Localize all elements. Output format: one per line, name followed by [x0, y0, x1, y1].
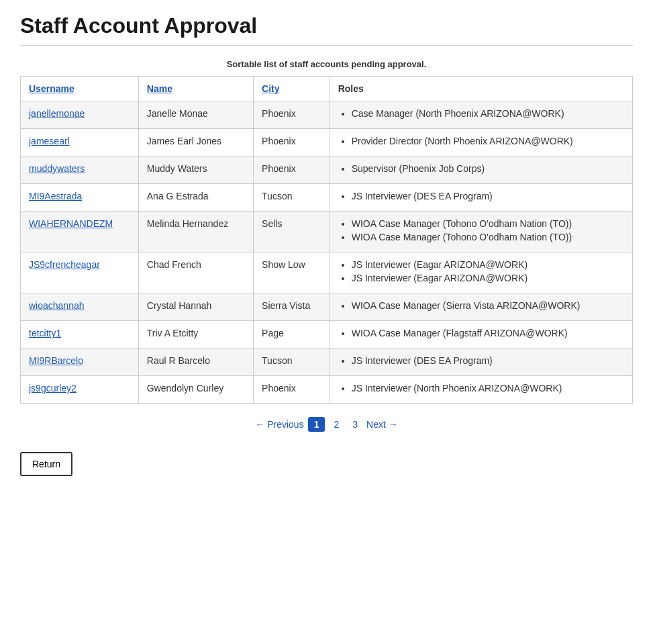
cell-username: janellemonae [21, 101, 139, 129]
role-item: JS Interviewer (DES EA Program) [352, 355, 624, 366]
table-header-row: Username Name City Roles [21, 77, 633, 101]
cell-roles: JS Interviewer (DES EA Program) [330, 184, 632, 212]
cell-username: MI9RBarcelo [21, 349, 139, 376]
cell-username: MI9Aestrada [21, 184, 139, 212]
username-link[interactable]: jamesearl [29, 136, 70, 146]
cell-username: wioachannah [21, 293, 139, 321]
page-3-link[interactable]: 3 [348, 417, 362, 432]
role-item: JS Interviewer (North Phoenix ARIZONA@WO… [352, 383, 624, 394]
cell-city: Sierra Vista [254, 293, 330, 321]
cell-city: Page [254, 321, 330, 349]
cell-city: Phoenix [254, 376, 330, 404]
username-sort-link[interactable]: Username [29, 83, 74, 94]
cell-name: Chad French [138, 252, 253, 293]
cell-username: WIAHERNANDEZM [21, 212, 139, 252]
cell-city: Phoenix [254, 129, 330, 156]
cell-username: JS9cfrencheagar [21, 252, 139, 293]
username-link[interactable]: wioachannah [29, 300, 85, 311]
table-row: janellemonaeJanelle MonaePhoenixCase Man… [21, 101, 633, 129]
staff-table: Username Name City Roles janellemonaeJan… [20, 76, 633, 404]
next-page-link[interactable]: Next → [366, 419, 398, 430]
cell-city: Phoenix [254, 101, 330, 129]
role-item: Case Manager (North Phoenix ARIZONA@WORK… [352, 108, 624, 119]
page-2-link[interactable]: 2 [329, 417, 344, 432]
cell-city: Phoenix [254, 156, 330, 184]
cell-username: js9gcurley2 [21, 376, 139, 404]
username-link[interactable]: janellemonae [29, 108, 85, 119]
username-link[interactable]: tetcitty1 [29, 328, 61, 338]
role-item: JS Interviewer (Eagar ARIZONA@WORK) [352, 259, 624, 270]
username-link[interactable]: muddywaters [29, 163, 85, 174]
role-item: WIOA Case Manager (Tohono O'odham Nation… [352, 232, 624, 242]
table-row: tetcitty1Triv A EtcittyPageWIOA Case Man… [21, 321, 633, 349]
col-username: Username [21, 77, 139, 101]
table-row: muddywatersMuddy WatersPhoenixSupervisor… [21, 156, 633, 184]
city-sort-link[interactable]: City [262, 83, 279, 94]
table-row: MI9RBarceloRaul R BarceloTucsonJS Interv… [21, 349, 633, 376]
table-row: js9gcurley2Gwendolyn CurleyPhoenixJS Int… [21, 376, 633, 404]
role-item: WIOA Case Manager (Sierra Vista ARIZONA@… [352, 300, 624, 311]
username-link[interactable]: MI9Aestrada [29, 191, 82, 201]
cell-city: Show Low [254, 252, 330, 293]
cell-roles: WIOA Case Manager (Sierra Vista ARIZONA@… [330, 293, 632, 321]
username-link[interactable]: WIAHERNANDEZM [29, 218, 113, 229]
cell-name: Janelle Monae [138, 101, 253, 129]
cell-name: Triv A Etcitty [138, 321, 253, 349]
cell-roles: JS Interviewer (North Phoenix ARIZONA@WO… [330, 376, 632, 404]
cell-name: Crystal Hannah [138, 293, 253, 321]
cell-roles: WIOA Case Manager (Flagstaff ARIZONA@WOR… [330, 321, 632, 349]
cell-name: Melinda Hernandez [138, 212, 253, 252]
page-title: Staff Account Approval [20, 13, 633, 46]
cell-roles: JS Interviewer (Eagar ARIZONA@WORK)JS In… [330, 252, 632, 293]
return-button[interactable]: Return [20, 452, 72, 476]
cell-name: Ana G Estrada [138, 184, 253, 212]
cell-name: Muddy Waters [138, 156, 253, 184]
col-name: Name [138, 77, 253, 101]
cell-city: Tucson [254, 349, 330, 376]
table-row: MI9AestradaAna G EstradaTucsonJS Intervi… [21, 184, 633, 212]
cell-roles: WIOA Case Manager (Tohono O'odham Nation… [330, 212, 632, 252]
cell-roles: Case Manager (North Phoenix ARIZONA@WORK… [330, 101, 632, 129]
role-item: JS Interviewer (DES EA Program) [352, 191, 624, 201]
current-page-indicator: 1 [308, 417, 325, 432]
table-row: WIAHERNANDEZMMelinda HernandezSellsWIOA … [21, 212, 633, 252]
username-link[interactable]: JS9cfrencheagar [29, 259, 100, 270]
role-item: Supervisor (Phoenix Job Corps) [352, 163, 624, 174]
cell-username: muddywaters [21, 156, 139, 184]
cell-city: Tucson [254, 184, 330, 212]
role-item: Provider Director (North Phoenix ARIZONA… [352, 136, 624, 146]
cell-username: jamesearl [21, 129, 139, 156]
table-row: JS9cfrencheagarChad FrenchShow LowJS Int… [21, 252, 633, 293]
cell-username: tetcitty1 [21, 321, 139, 349]
table-row: wioachannahCrystal HannahSierra VistaWIO… [21, 293, 633, 321]
cell-roles: JS Interviewer (DES EA Program) [330, 349, 632, 376]
col-city: City [254, 77, 330, 101]
pagination: ← Previous 1 2 3 Next → [20, 417, 633, 432]
role-item: WIOA Case Manager (Flagstaff ARIZONA@WOR… [352, 328, 624, 338]
username-link[interactable]: js9gcurley2 [29, 383, 77, 394]
cell-roles: Provider Director (North Phoenix ARIZONA… [330, 129, 632, 156]
role-item: WIOA Case Manager (Tohono O'odham Nation… [352, 218, 624, 229]
cell-name: James Earl Jones [138, 129, 253, 156]
cell-name: Raul R Barcelo [138, 349, 253, 376]
table-row: jamesearlJames Earl JonesPhoenixProvider… [21, 129, 633, 156]
table-subtitle: Sortable list of staff accounts pending … [20, 59, 633, 69]
username-link[interactable]: MI9RBarcelo [29, 355, 83, 366]
name-sort-link[interactable]: Name [147, 83, 172, 94]
col-roles: Roles [330, 77, 632, 101]
cell-roles: Supervisor (Phoenix Job Corps) [330, 156, 632, 184]
cell-name: Gwendolyn Curley [138, 376, 253, 404]
role-item: JS Interviewer (Eagar ARIZONA@WORK) [352, 273, 624, 283]
cell-city: Sells [254, 212, 330, 252]
prev-page-link[interactable]: ← Previous [255, 419, 303, 430]
